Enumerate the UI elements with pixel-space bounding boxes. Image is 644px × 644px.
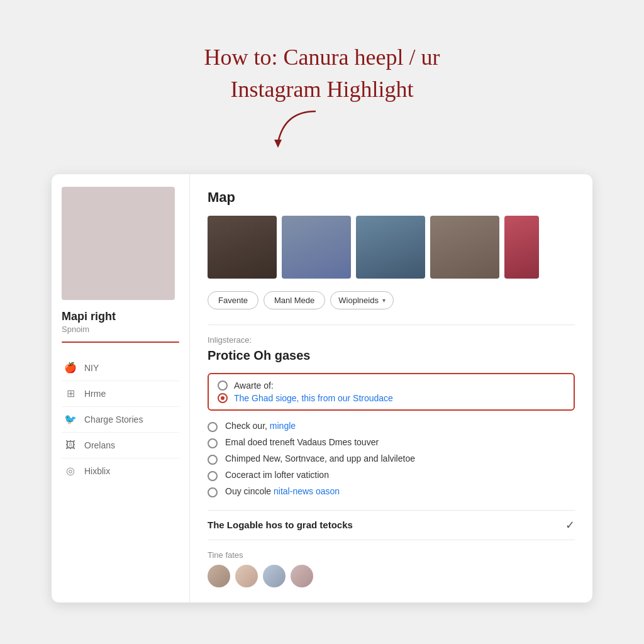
section-title: Map <box>208 189 575 206</box>
list-items: Check our, mingle Emal doed treneft Vada… <box>208 421 575 497</box>
sub-label: Inligsterace: <box>208 335 575 345</box>
photo-thumb-3 <box>356 216 425 279</box>
grid-icon: ⊞ <box>64 387 77 400</box>
sidebar-item-orelans[interactable]: 🖼 Orelans <box>62 433 179 458</box>
arrow-container <box>259 105 385 155</box>
person-4 <box>291 565 313 587</box>
sidebar-nav: 🍎 NIY ⊞ Hrme 🐦 Charge Stories 🖼 Orelans … <box>62 355 179 484</box>
arrow-icon <box>265 105 341 155</box>
list-link-mingle[interactable]: mingle <box>270 421 296 431</box>
highlight-box: Awarte of: The Ghad sioge, this from our… <box>208 373 575 411</box>
sidebar-item-charge-stories[interactable]: 🐦 Charge Stories <box>62 407 179 433</box>
title-area: How to: Canura heepl / ur Instagram High… <box>204 42 440 155</box>
page-wrapper: How to: Canura heepl / ur Instagram High… <box>20 42 624 602</box>
svg-marker-0 <box>274 140 282 148</box>
radio-5 <box>208 487 218 497</box>
photo-thumb-1 <box>208 216 277 279</box>
person-1 <box>208 565 230 587</box>
list-text-3: Chimped New, Sortnvace, and upp and lalv… <box>225 453 415 464</box>
sidebar-username: Spnoim <box>62 325 179 334</box>
checkmark-icon: ✓ <box>565 518 575 532</box>
footer-label: The Logable hos to grad tetocks <box>208 519 353 530</box>
image-icon: 🖼 <box>64 439 77 452</box>
section-divider <box>208 325 575 325</box>
nav-label-hrme: Hrme <box>84 389 106 399</box>
sidebar-name: Mapi right <box>62 310 179 323</box>
filter-row: Favente Manl Mede Wioplneids ▾ <box>208 291 575 309</box>
nav-label-charge-stories: Charge Stories <box>84 414 143 425</box>
filter-wioplneids[interactable]: Wioplneids ▾ <box>330 291 394 309</box>
highlight-link[interactable]: The Ghad sioge, this from our Stroudace <box>234 393 393 403</box>
main-card: Mapi right Spnoim 🍎 NIY ⊞ Hrme 🐦 Charge … <box>52 174 592 602</box>
list-item-4: Coceract im lofter vatiction <box>208 470 575 481</box>
list-link-nital[interactable]: nital-news oason <box>274 486 340 496</box>
radio-1 <box>208 422 218 432</box>
nav-label-orelans: Orelans <box>84 440 115 450</box>
radio-2 <box>208 438 218 448</box>
list-item-5: Ouy cincole nital-news oason <box>208 486 575 497</box>
tine-section: Tine fates <box>208 550 575 587</box>
radio-icon-empty <box>218 380 228 391</box>
person-2 <box>235 565 258 587</box>
photo-thumb-2 <box>282 216 351 279</box>
radio-icon-filled <box>218 393 228 403</box>
main-content: Map Favente Manl Mede Wioplneids ▾ <box>190 174 592 602</box>
sidebar-item-niy[interactable]: 🍎 NIY <box>62 355 179 381</box>
apple-icon: 🍎 <box>64 362 77 374</box>
nav-label-niy: NIY <box>84 363 99 373</box>
page-title: How to: Canura heepl / ur Instagram High… <box>204 42 440 105</box>
avatar <box>62 187 175 300</box>
photo-thumb-4 <box>430 216 499 279</box>
footer-row: The Logable hos to grad tetocks ✓ <box>208 510 575 540</box>
person-3 <box>263 565 286 587</box>
list-text-4: Coceract im lofter vatiction <box>225 470 329 480</box>
radio-3 <box>208 455 218 465</box>
filter-favente[interactable]: Favente <box>208 291 258 309</box>
list-item-1: Check our, mingle <box>208 421 575 432</box>
twitter-icon: 🐦 <box>64 413 77 426</box>
photo-thumb-5 <box>504 216 539 279</box>
circle-icon: ◎ <box>64 465 77 477</box>
highlight-row-link: The Ghad sioge, this from our Stroudace <box>218 393 565 403</box>
photos-row <box>208 216 575 279</box>
filter-manl-mede[interactable]: Manl Mede <box>264 291 325 309</box>
people-row <box>208 565 575 587</box>
sidebar-divider <box>62 341 179 343</box>
list-item-2: Emal doed treneft Vadaus Dmes touver <box>208 437 575 448</box>
sidebar-item-hrme[interactable]: ⊞ Hrme <box>62 381 179 407</box>
highlight-label: Awarte of: <box>234 380 274 391</box>
sidebar-item-hixblix[interactable]: ◎ Hixblix <box>62 458 179 484</box>
nav-label-hixblix: Hixblix <box>84 466 110 476</box>
sidebar: Mapi right Spnoim 🍎 NIY ⊞ Hrme 🐦 Charge … <box>52 174 190 602</box>
radio-4 <box>208 471 218 481</box>
list-text-2: Emal doed treneft Vadaus Dmes touver <box>225 437 379 447</box>
dropdown-arrow-icon: ▾ <box>382 297 386 304</box>
tine-label: Tine fates <box>208 550 575 560</box>
sub-title: Protice Oh gases <box>208 348 575 363</box>
list-item-3: Chimped New, Sortnvace, and upp and lalv… <box>208 453 575 465</box>
highlight-row-label: Awarte of: <box>218 380 565 391</box>
